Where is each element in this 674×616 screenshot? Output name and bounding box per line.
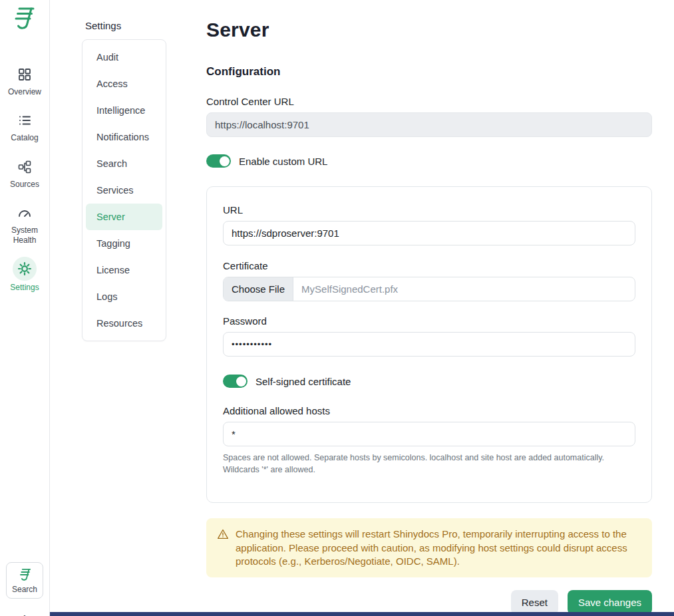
settings-nav-item-access[interactable]: Access bbox=[83, 71, 166, 97]
gauge-icon bbox=[17, 206, 32, 222]
shinydocs-logo-icon bbox=[9, 5, 38, 33]
settings-nav-item-tagging[interactable]: Tagging bbox=[83, 230, 166, 257]
sidebar-search-label: Search bbox=[12, 585, 37, 594]
certificate-filename: MySelfSignedCert.pfx bbox=[293, 283, 406, 295]
custom-url-card: URL Certificate Choose File MySelfSigned… bbox=[206, 186, 652, 503]
page-title: Server bbox=[206, 19, 652, 41]
primary-sidebar: Overview Catalog Sources bbox=[0, 0, 50, 616]
sidebar-item-label: Catalog bbox=[11, 133, 38, 142]
bottom-edge-bar bbox=[50, 612, 674, 616]
form-actions: Reset Save changes bbox=[206, 590, 652, 615]
save-changes-button[interactable]: Save changes bbox=[568, 590, 652, 615]
url-input[interactable] bbox=[223, 221, 635, 245]
sidebar-item-label: Settings bbox=[10, 283, 39, 292]
sidebar-bottom: Search A bbox=[0, 562, 49, 616]
enable-custom-url-label: Enable custom URL bbox=[239, 156, 327, 167]
grid-icon bbox=[18, 68, 31, 84]
settings-nav: Settings Audit Access Intelligence Notif… bbox=[82, 20, 166, 341]
certificate-file-input[interactable]: Choose File MySelfSignedCert.pfx bbox=[223, 277, 635, 301]
self-signed-certificate-toggle[interactable] bbox=[223, 375, 248, 388]
settings-nav-card: Audit Access Intelligence Notifications … bbox=[82, 39, 166, 341]
sidebar-item-label: Sources bbox=[10, 180, 39, 189]
allowed-hosts-label: Additional allowed hosts bbox=[223, 405, 635, 416]
sidebar-item-label: Overview bbox=[8, 87, 41, 96]
settings-nav-item-notifications[interactable]: Notifications bbox=[83, 124, 166, 150]
settings-nav-item-license[interactable]: License bbox=[83, 257, 166, 283]
certificate-label: Certificate bbox=[223, 260, 635, 271]
settings-nav-item-services[interactable]: Services bbox=[83, 177, 166, 204]
warning-banner: Changing these settings will restart Shi… bbox=[206, 518, 652, 577]
settings-nav-item-intelligence[interactable]: Intelligence bbox=[83, 97, 166, 124]
reset-button[interactable]: Reset bbox=[511, 590, 558, 615]
gear-icon bbox=[13, 257, 37, 281]
choose-file-button[interactable]: Choose File bbox=[224, 277, 293, 301]
sidebar-item-settings[interactable]: Settings bbox=[1, 262, 49, 292]
sidebar-item-catalog[interactable]: Catalog bbox=[1, 114, 49, 142]
main-content: Server Configuration Control Center URL … bbox=[206, 19, 652, 615]
allowed-hosts-help-text: Spaces are not allowed. Separate hosts b… bbox=[223, 452, 635, 476]
settings-nav-item-search[interactable]: Search bbox=[83, 150, 166, 177]
control-center-url-input bbox=[206, 112, 652, 137]
shinydocs-logo-icon-small bbox=[17, 567, 33, 583]
settings-nav-item-audit[interactable]: Audit bbox=[83, 44, 166, 71]
enable-custom-url-row: Enable custom URL bbox=[206, 154, 652, 168]
enable-custom-url-toggle[interactable] bbox=[206, 154, 231, 168]
brand-logo[interactable] bbox=[9, 5, 41, 33]
sidebar-item-overview[interactable]: Overview bbox=[1, 68, 49, 96]
password-label: Password bbox=[223, 315, 635, 327]
list-icon bbox=[18, 114, 31, 130]
settings-nav-title: Settings bbox=[85, 20, 166, 31]
self-signed-row: Self-signed certificate bbox=[223, 375, 635, 388]
configuration-heading: Configuration bbox=[206, 65, 652, 78]
sidebar-item-sources[interactable]: Sources bbox=[1, 160, 49, 189]
settings-nav-item-server[interactable]: Server bbox=[86, 204, 162, 230]
url-label: URL bbox=[223, 204, 635, 216]
allowed-hosts-input[interactable] bbox=[223, 422, 635, 446]
password-input[interactable] bbox=[223, 332, 635, 357]
warning-text: Changing these settings will restart Shi… bbox=[236, 528, 641, 568]
settings-nav-item-logs[interactable]: Logs bbox=[83, 283, 166, 310]
sidebar-item-system-health[interactable]: System Health bbox=[1, 206, 49, 245]
warning-triangle-icon bbox=[217, 528, 229, 568]
sources-icon bbox=[18, 160, 31, 176]
sidebar-item-label: System Health bbox=[1, 226, 49, 245]
self-signed-certificate-label: Self-signed certificate bbox=[255, 376, 351, 387]
sidebar-search-button[interactable]: Search bbox=[6, 562, 43, 599]
sidebar-partial-item: A bbox=[21, 613, 27, 616]
settings-nav-item-resources[interactable]: Resources bbox=[83, 310, 166, 337]
control-center-url-label: Control Center URL bbox=[206, 96, 652, 107]
